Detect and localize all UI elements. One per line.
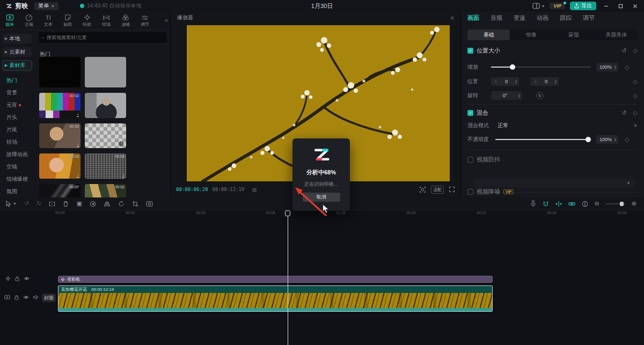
minimize-button[interactable] [601,1,611,11]
tab-audio[interactable]: 音频 [491,14,502,22]
media-thumbnail-laughing-man[interactable]: 00:03 ↓ [39,123,80,148]
cover-button[interactable]: 封面 [42,293,56,302]
toolbar-item-effects[interactable]: 特效 [77,14,97,27]
menu-button[interactable]: 菜单 ▼ [34,2,58,10]
subtab-mask[interactable]: 蒙版 [553,30,595,40]
sidebar-group-cloud[interactable]: ▶ 云素材 [3,47,32,57]
sidebar-category-meme[interactable]: 情绪爆梗 [0,173,34,185]
media-thumbnail-woman[interactable]: 00:03 ↓ [39,153,80,179]
tab-speed[interactable]: 变速 [514,14,525,22]
media-thumbnail-colorbars[interactable]: 00:02 ↓ [39,93,80,118]
delete-icon[interactable] [63,201,69,207]
rotate-icon[interactable] [118,201,125,207]
position-x-field[interactable]: X 0 ▲▼ [491,77,519,86]
media-thumbnail-black[interactable] [39,57,80,87]
collapse-panel-icon[interactable]: « [165,17,168,23]
linkage-icon[interactable] [568,201,575,207]
download-icon[interactable]: ↓ [77,173,79,178]
keyframe-diamond-icon[interactable]: ◇ [633,92,638,99]
freeze-frame-icon[interactable]: ▣ [76,200,82,207]
eye-icon[interactable] [23,295,29,300]
keyframe-diamond-icon[interactable]: ◇ [633,109,638,116]
fullscreen-icon[interactable] [449,186,455,193]
toolbar-item-audio[interactable]: 音频 [19,14,39,27]
auto-snap-icon[interactable] [555,201,562,207]
toolbar-item-transition[interactable]: 转场 [97,14,116,27]
download-icon[interactable]: ↓ [77,112,79,117]
search-input[interactable] [47,35,154,40]
blend-mode-row[interactable]: 混合模式 正常 ▼ [467,121,638,130]
sidebar-category-lantern[interactable]: 元宵 [0,99,34,111]
export-button[interactable]: 导出 [570,2,596,10]
stabilize-checkbox[interactable]: ✓ [467,157,473,163]
toolbar-item-filter[interactable]: 滤镜 [116,14,135,27]
opacity-value[interactable]: 100% ▲▼ [596,135,618,144]
sidebar-category-broll[interactable]: 空镜 [0,160,34,173]
sidebar-category-outro[interactable]: 片尾 [0,123,34,136]
sidebar-group-library[interactable]: ▶ 素材库 [3,61,32,70]
snapshot-icon[interactable] [146,201,153,207]
preview-axis-icon[interactable] [582,201,588,207]
reset-icon[interactable]: ↺ [621,109,626,116]
scale-slider[interactable] [491,67,591,68]
player-menu-icon[interactable]: ≡ [451,14,454,21]
toolbar-item-adjust[interactable]: 调节 [135,14,155,27]
sidebar-category-glitch[interactable]: 故障动画 [0,148,34,160]
download-icon[interactable]: ↓ [118,141,125,147]
subtab-cutout[interactable]: 抠像 [510,30,552,40]
focus-preview-icon[interactable] [419,186,426,193]
toolbar-item-text[interactable]: TI 文本 [39,14,58,27]
toolbar-item-media[interactable]: 媒体 [0,14,19,27]
preview-quality-icon[interactable]: ▦ [252,187,257,193]
tab-adjust[interactable]: 调节 [583,14,595,22]
timeline-zoom-in-icon[interactable]: ⊕ [632,200,636,207]
keyframe-diamond-icon[interactable]: ◇ [633,78,638,85]
mirror-icon[interactable] [104,201,111,207]
main-track-magnet-icon[interactable] [543,201,549,207]
tab-tracking[interactable]: 跟踪 [560,14,572,22]
stepper-icon[interactable]: ▲▼ [554,79,557,84]
maximize-button[interactable] [616,1,625,11]
stepper-icon[interactable]: ▲▼ [614,137,617,142]
video-clip[interactable]: 实拍樱花开花 00:00:12:19 [58,285,493,312]
sidebar-category-intro[interactable]: 片头 [0,111,34,123]
media-thumbnail-static[interactable]: 00:03 ↓ [85,153,126,179]
stepper-icon[interactable]: ▲▼ [518,93,521,98]
layout-switch-button[interactable]: ▼ [532,3,545,9]
lock-icon[interactable] [14,295,19,300]
mute-speaker-icon[interactable] [33,295,39,300]
playhead-line[interactable] [288,210,288,345]
vip-badge[interactable]: VIP [550,3,565,9]
sidebar-category-ambience[interactable]: 氛围 [0,185,34,197]
position-y-field[interactable]: Y 0 ▲▼ [531,77,559,86]
toolbar-item-sticker[interactable]: 贴纸 [58,14,77,27]
eye-icon[interactable] [24,276,30,281]
media-thumbnail-gray[interactable] [85,57,126,87]
blend-checkbox[interactable]: ✓ [467,110,473,116]
download-icon[interactable]: ↓ [122,173,125,178]
close-button[interactable] [630,1,640,11]
keyframe-diamond-icon[interactable]: ◇ [625,136,629,143]
timeline-zoom-out-icon[interactable]: ⊖ [595,200,599,207]
fit-ratio-button[interactable]: 适配 [431,186,444,194]
tab-video[interactable]: 画面 [467,14,479,22]
subtab-beauty[interactable]: 美颜美体 [595,30,638,40]
sidebar-category-transition[interactable]: 转场 [0,136,34,148]
sidebar-group-local[interactable]: ▶ 本地 [3,34,32,43]
keyframe-diamond-icon[interactable]: ◇ [633,47,638,54]
rotate-90-button[interactable]: ↻ [536,92,544,99]
position-size-checkbox[interactable]: ✓ [467,48,473,54]
rotate-field[interactable]: 0° ▲▼ [491,91,522,100]
stepper-icon[interactable]: ▲▼ [515,79,517,84]
redo-icon[interactable]: ↻ [36,200,41,207]
select-tool-button[interactable]: ▼ [5,201,17,207]
crop-icon[interactable] [132,201,138,207]
media-thumbnail-portrait[interactable] [85,93,126,118]
effect-clip[interactable]: 变彩色 [58,276,493,283]
search-box[interactable]: ⌕ [39,32,166,43]
download-icon[interactable]: ↓ [77,142,79,147]
tab-animation[interactable]: 动画 [537,14,548,22]
media-thumbnail-transparent[interactable]: ↓ [85,123,126,148]
reset-icon[interactable]: ↺ [621,47,626,54]
keyframe-diamond-icon[interactable]: ◇ [625,64,629,71]
